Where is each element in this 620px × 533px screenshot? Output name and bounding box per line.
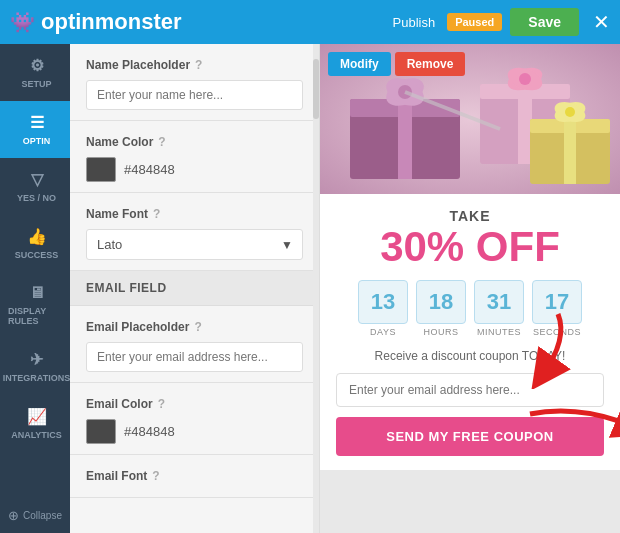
menu-icon: ☰ [30,113,44,132]
countdown: 13 DAYS 18 HOURS 31 MINUTES 17 SECONDS [358,280,582,337]
email-color-value: #484848 [124,424,175,439]
preview-panel: Modify Remove [320,44,620,533]
email-color-swatch[interactable] [86,419,116,444]
name-color-row: #484848 [86,157,303,182]
publish-label: Publish [393,15,436,30]
countdown-minutes-label: MINUTES [477,327,521,337]
name-placeholder-help-icon[interactable]: ? [195,58,202,72]
countdown-seconds-label: SECONDS [533,327,581,337]
main-layout: ⚙ SETUP ☰ OPTIN ▽ YES / NO 👍 SUCCESS 🖥 D… [0,44,620,533]
email-placeholder-help-icon[interactable]: ? [194,320,201,334]
name-placeholder-label: Name Placeholder ? [86,58,303,72]
name-font-group: Name Font ? Lato Arial Georgia Verdana ▼ [70,193,319,271]
countdown-hours-number: 18 [416,280,466,324]
collapse-label: Collapse [23,510,62,521]
email-placeholder-group: Email Placeholder ? [70,306,319,383]
sidebar-item-display-rules[interactable]: 🖥 DISPLAY RULES [0,272,70,338]
display-icon: 🖥 [29,284,45,302]
name-color-swatch[interactable] [86,157,116,182]
sidebar-item-integrations[interactable]: ✈ INTEGRATIONS [0,338,70,395]
sidebar-item-analytics[interactable]: 📈 ANALYTICS [0,395,70,452]
logo-icon: 👾 [10,10,35,34]
save-button[interactable]: Save [510,8,579,36]
name-color-value: #484848 [124,162,175,177]
sidebar: ⚙ SETUP ☰ OPTIN ▽ YES / NO 👍 SUCCESS 🖥 D… [0,44,70,533]
sidebar-item-optin[interactable]: ☰ OPTIN [0,101,70,158]
sidebar-item-success[interactable]: 👍 SUCCESS [0,215,70,272]
email-placeholder-label: Email Placeholder ? [86,320,303,334]
email-color-group: Email Color ? #484848 [70,383,319,455]
name-placeholder-group: Name Placeholder ? [70,44,319,121]
header-actions: Publish Paused Save ✕ [393,8,610,36]
gear-icon: ⚙ [30,56,44,75]
remove-button[interactable]: Remove [395,52,466,76]
discount-text: 30% OFF [380,226,560,268]
sidebar-item-integrations-label: INTEGRATIONS [3,373,70,383]
header: 👾 optinmonster Publish Paused Save ✕ [0,0,620,44]
coupon-text: Receive a discount coupon TODAY! [375,349,566,363]
countdown-days: 13 DAYS [358,280,408,337]
integrations-icon: ✈ [30,350,43,369]
email-font-group: Email Font ? [70,455,319,498]
svg-point-6 [519,73,531,85]
paused-badge: Paused [447,13,502,31]
sidebar-item-analytics-label: ANALYTICS [11,430,62,440]
countdown-days-number: 13 [358,280,408,324]
countdown-minutes: 31 MINUTES [474,280,524,337]
preview-topbar: Modify Remove [328,52,465,76]
email-font-help-icon[interactable]: ? [152,469,159,483]
email-color-row: #484848 [86,419,303,444]
name-font-label: Name Font ? [86,207,303,221]
close-button[interactable]: ✕ [593,10,610,34]
email-color-help-icon[interactable]: ? [158,397,165,411]
countdown-hours: 18 HOURS [416,280,466,337]
countdown-hours-label: HOURS [423,327,458,337]
sidebar-item-success-label: SUCCESS [15,250,59,260]
name-font-select[interactable]: Lato Arial Georgia Verdana [86,229,303,260]
plus-icon: ⊕ [8,508,19,523]
email-font-label: Email Font ? [86,469,303,483]
settings-panel: Name Placeholder ? Name Color ? #484848 … [70,44,320,533]
sidebar-item-yesno-label: YES / NO [17,193,56,203]
name-font-help-icon[interactable]: ? [153,207,160,221]
countdown-seconds: 17 SECONDS [532,280,582,337]
modify-button[interactable]: Modify [328,52,391,76]
collapse-button[interactable]: ⊕ Collapse [0,498,70,533]
cta-button[interactable]: SEND MY FREE COUPON [336,417,604,456]
sidebar-item-optin-label: OPTIN [23,136,51,146]
sidebar-item-displayrules-label: DISPLAY RULES [8,306,65,326]
email-field-section-header: EMAIL FIELD [70,271,319,306]
name-color-group: Name Color ? #484848 [70,121,319,193]
logo-text: optinmonster [41,9,182,35]
svg-point-19 [565,107,575,117]
name-placeholder-input[interactable] [86,80,303,110]
filter-icon: ▽ [31,170,43,189]
campaign-body: TAKE 30% OFF 13 DAYS 18 HOURS 31 MINUTES… [320,194,620,470]
sidebar-item-setup[interactable]: ⚙ SETUP [0,44,70,101]
email-input-preview[interactable] [336,373,604,407]
take-text: TAKE [449,208,490,224]
email-placeholder-input[interactable] [86,342,303,372]
countdown-seconds-number: 17 [532,280,582,324]
countdown-days-label: DAYS [370,327,396,337]
thumbsup-icon: 👍 [27,227,47,246]
sidebar-item-setup-label: SETUP [21,79,51,89]
sidebar-item-yes-no[interactable]: ▽ YES / NO [0,158,70,215]
analytics-icon: 📈 [27,407,47,426]
logo: 👾 optinmonster [10,9,393,35]
countdown-minutes-number: 31 [474,280,524,324]
name-font-select-wrapper: Lato Arial Georgia Verdana ▼ [86,229,303,260]
email-color-label: Email Color ? [86,397,303,411]
name-color-label: Name Color ? [86,135,303,149]
name-color-help-icon[interactable]: ? [158,135,165,149]
